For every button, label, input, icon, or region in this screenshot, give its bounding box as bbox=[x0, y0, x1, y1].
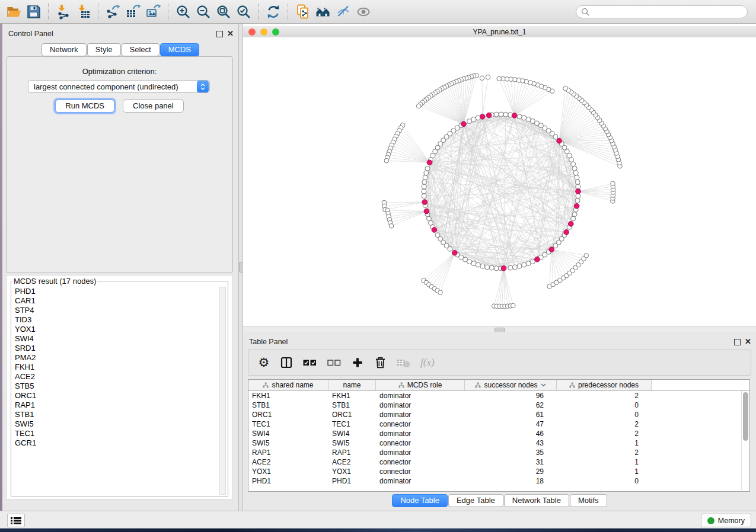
criterion-dropdown[interactable]: largest connected component (undirected) bbox=[28, 80, 210, 93]
close-panel-icon[interactable]: ✕ bbox=[745, 339, 751, 345]
mcds-result-item[interactable]: YOX1 bbox=[15, 325, 216, 334]
control-panel: Control Panel ✕ NetworkStyleSelectMCDS O… bbox=[2, 24, 238, 511]
cell-MCDS-role: dominator bbox=[376, 401, 465, 409]
network-hub-node bbox=[564, 230, 569, 235]
tab-node-table[interactable]: Node Table bbox=[392, 494, 448, 507]
mcds-result-item[interactable]: GCR1 bbox=[15, 438, 216, 448]
table-row[interactable]: SWI4SWI4dominator462 bbox=[248, 429, 749, 438]
search-field[interactable] bbox=[576, 5, 748, 18]
zoom-out-icon[interactable] bbox=[193, 2, 213, 21]
float-panel-icon[interactable] bbox=[734, 339, 741, 345]
cell-predecessor-nodes: 0 bbox=[557, 401, 652, 409]
table-panel: Table Panel ✕ ⚙ f(x) shared namenameMCDS… bbox=[243, 332, 756, 511]
open-session-icon[interactable] bbox=[4, 2, 24, 21]
column-label: successor nodes bbox=[484, 381, 537, 389]
table-row[interactable]: ORC1ORC1dominator610 bbox=[248, 410, 749, 419]
cell-predecessor-nodes: 2 bbox=[557, 392, 652, 400]
table-settings-gear-icon[interactable]: ⚙ bbox=[258, 357, 270, 368]
close-panel-icon[interactable]: ✕ bbox=[227, 31, 234, 37]
mcds-result-item[interactable]: TID3 bbox=[15, 315, 216, 325]
mcds-result-item[interactable]: SWI4 bbox=[15, 334, 216, 344]
show-panel-list-button[interactable] bbox=[7, 514, 25, 527]
column-header-MCDS-role[interactable]: MCDS role bbox=[376, 380, 465, 390]
table-row[interactable]: YOX1YOX1connector291 bbox=[248, 467, 749, 476]
cell-name: YOX1 bbox=[328, 467, 376, 476]
mcds-result-item[interactable]: SWI5 bbox=[15, 419, 216, 429]
mcds-result-item[interactable]: PMA2 bbox=[15, 353, 216, 363]
export-network-icon[interactable] bbox=[103, 2, 123, 21]
add-column-icon[interactable] bbox=[352, 357, 363, 368]
mcds-list-scrollbar[interactable] bbox=[219, 287, 226, 495]
run-mcds-button[interactable]: Run MCDS bbox=[55, 100, 114, 113]
mcds-result-item[interactable]: TEC1 bbox=[15, 429, 216, 438]
mcds-result-item[interactable]: FKH1 bbox=[15, 363, 216, 372]
table-row[interactable]: TEC1TEC1connector472 bbox=[248, 419, 749, 429]
tab-motifs[interactable]: Motifs bbox=[570, 494, 607, 507]
float-panel-icon[interactable] bbox=[216, 31, 223, 37]
duplicate-network-icon[interactable] bbox=[293, 2, 313, 21]
deselect-all-rows-icon[interactable] bbox=[327, 359, 341, 366]
show-columns-icon[interactable] bbox=[280, 357, 292, 368]
table-panel-tabs: Node TableEdge TableNetwork TableMotifs bbox=[243, 494, 756, 507]
export-table-icon[interactable] bbox=[123, 2, 143, 21]
node-table-header: shared namenameMCDS rolesuccessor nodesp… bbox=[248, 380, 749, 391]
tab-network-table[interactable]: Network Table bbox=[504, 494, 569, 507]
column-header-successor-nodes[interactable]: successor nodes bbox=[465, 380, 557, 390]
cell-shared-name: TEC1 bbox=[248, 420, 328, 428]
attribute-icon bbox=[569, 382, 575, 388]
delete-column-icon[interactable] bbox=[374, 357, 386, 368]
network-window-title: YPA_prune.txt_1 bbox=[243, 28, 756, 36]
table-row[interactable]: PHD1PHD1dominator180 bbox=[248, 476, 749, 486]
network-canvas[interactable] bbox=[243, 37, 756, 326]
network-hub-node bbox=[576, 189, 581, 194]
close-panel-button[interactable]: Close panel bbox=[123, 100, 184, 113]
cell-MCDS-role: connector bbox=[376, 467, 465, 476]
node-table-body: FKH1FKH1dominator962STB1STB1dominator620… bbox=[248, 391, 749, 486]
column-header-shared-name[interactable]: shared name bbox=[248, 380, 328, 390]
export-image-icon[interactable] bbox=[143, 2, 164, 21]
cell-name: SWI4 bbox=[328, 430, 376, 438]
import-network-icon[interactable] bbox=[53, 2, 74, 21]
mcds-result-item[interactable]: STB1 bbox=[15, 410, 216, 419]
mcds-result-item[interactable]: STB5 bbox=[15, 382, 216, 391]
table-row[interactable]: FKH1FKH1dominator962 bbox=[248, 391, 749, 400]
sort-descending-icon bbox=[541, 383, 546, 387]
table-row[interactable]: SWI5SWI5connector431 bbox=[248, 438, 749, 448]
column-header-predecessor-nodes[interactable]: predecessor nodes bbox=[557, 380, 652, 390]
select-all-rows-icon[interactable] bbox=[303, 359, 317, 366]
cell-shared-name: STB1 bbox=[248, 401, 328, 409]
table-row[interactable]: ACE2ACE2connector311 bbox=[248, 457, 749, 467]
zoom-in-icon[interactable] bbox=[173, 2, 193, 21]
import-table-icon[interactable] bbox=[74, 2, 94, 21]
table-row[interactable]: RAP1RAP1dominator352 bbox=[248, 448, 749, 457]
zoom-selected-icon[interactable] bbox=[234, 2, 254, 21]
memory-button[interactable]: Memory bbox=[701, 514, 751, 527]
mcds-result-item[interactable]: CAR1 bbox=[15, 296, 216, 306]
mcds-result-item[interactable]: ACE2 bbox=[15, 372, 216, 382]
show-all-houses-icon[interactable] bbox=[313, 2, 333, 21]
mcds-result-item[interactable]: PHD1 bbox=[15, 287, 216, 296]
refresh-view-icon[interactable] bbox=[263, 2, 283, 21]
tab-network[interactable]: Network bbox=[42, 43, 87, 56]
mcds-result-item[interactable]: SRD1 bbox=[15, 344, 216, 353]
panel-splitter-vertical[interactable] bbox=[238, 24, 243, 511]
mcds-result-item[interactable]: ORC1 bbox=[15, 391, 216, 400]
cell-shared-name: SWI5 bbox=[248, 439, 328, 447]
save-session-icon[interactable] bbox=[24, 2, 44, 21]
tab-edge-table[interactable]: Edge Table bbox=[448, 494, 503, 507]
table-scrollbar-thumb[interactable] bbox=[743, 392, 748, 441]
table-row[interactable]: STB1STB1dominator620 bbox=[248, 400, 749, 410]
tab-select[interactable]: Select bbox=[122, 43, 160, 56]
show-hidden-eye-icon[interactable] bbox=[353, 2, 374, 21]
tab-style[interactable]: Style bbox=[87, 43, 121, 56]
mcds-result-item[interactable]: STP4 bbox=[15, 306, 216, 315]
network-hub-node bbox=[569, 222, 574, 227]
hide-selected-icon[interactable] bbox=[333, 2, 353, 21]
column-header-name[interactable]: name bbox=[328, 380, 376, 390]
search-input[interactable] bbox=[592, 7, 742, 17]
zoom-fit-icon[interactable] bbox=[213, 2, 234, 21]
tab-mcds[interactable]: MCDS bbox=[160, 43, 199, 56]
cell-shared-name: SWI4 bbox=[248, 430, 328, 438]
table-scrollbar[interactable] bbox=[741, 391, 749, 491]
mcds-result-item[interactable]: RAP1 bbox=[15, 400, 216, 410]
